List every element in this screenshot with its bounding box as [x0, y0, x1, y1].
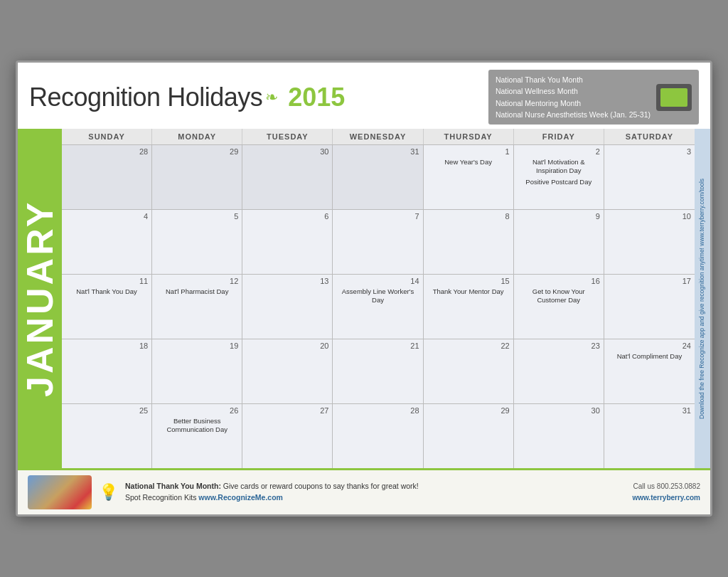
day-event: Nat'l Thank You Day — [65, 287, 148, 296]
day-cell: 29 — [424, 404, 514, 468]
day-number: 30 — [518, 406, 600, 415]
day-number: 30 — [246, 147, 328, 156]
day-number: 11 — [65, 277, 148, 285]
day-number: 17 — [608, 277, 691, 285]
page-title: Recognition Holidays — [29, 83, 262, 112]
day-cell: 3 — [604, 145, 695, 209]
day-cell: 31 — [333, 145, 423, 209]
day-cell: 1New Year's Day — [424, 145, 514, 209]
day-cell: 6 — [242, 210, 333, 274]
day-cell: 5 — [152, 210, 242, 274]
calendar-grid: SUNDAYMONDAYTUESDAYWEDNESDAYTHURSDAYFRID… — [62, 129, 695, 468]
week-row-2: 45678910 — [62, 209, 695, 274]
day-cell: 15Thank Your Mentor Day — [424, 275, 514, 339]
day-cell: 2Nat'l Motivation & Inspiration DayPosit… — [514, 145, 604, 209]
leaf-icon: ❧ — [265, 88, 278, 107]
day-cell: 22 — [424, 339, 514, 403]
day-number: 4 — [65, 212, 148, 221]
day-number: 13 — [246, 277, 328, 285]
day-cell: 18 — [62, 339, 152, 403]
calendar-body: JANUARY SUNDAYMONDAYTUESDAYWEDNESDAYTHUR… — [18, 129, 710, 468]
day-event: Better Business Communication Day — [156, 417, 238, 435]
day-header-sunday: SUNDAY — [62, 129, 152, 144]
footer-kit-link[interactable]: www.RecognizeMe.com — [198, 493, 283, 502]
day-cell: 24Nat'l Compliment Day — [604, 339, 695, 403]
day-header-wednesday: WEDNESDAY — [333, 129, 423, 144]
day-number: 1 — [427, 147, 510, 156]
day-event: Nat'l Compliment Day — [608, 352, 691, 361]
day-cell: 23 — [514, 339, 604, 403]
bulb-icon: 💡 — [99, 483, 118, 502]
calendar-header: Recognition Holidays ❧ 2015 National Tha… — [18, 63, 710, 129]
day-cell: 8 — [424, 210, 514, 274]
product-images — [28, 475, 92, 509]
day-number: 23 — [518, 342, 600, 350]
day-number: 21 — [336, 342, 419, 350]
day-header-tuesday: TUESDAY — [242, 129, 333, 144]
day-cell: 28 — [62, 145, 152, 209]
day-number: 29 — [427, 406, 510, 415]
day-cell: 19 — [152, 339, 242, 403]
day-cell: 11Nat'l Thank You Day — [62, 275, 152, 339]
day-number: 27 — [246, 406, 328, 415]
footer-site-link[interactable]: www.terryberry.com — [632, 494, 700, 502]
day-cell: 4 — [62, 210, 152, 274]
monthly-highlights: National Thank You MonthNational Wellnes… — [488, 70, 699, 125]
day-number: 31 — [608, 406, 691, 415]
day-number: 5 — [156, 212, 238, 221]
day-event: Nat'l Pharmacist Day — [156, 287, 238, 296]
day-number: 6 — [246, 212, 328, 221]
footer-contact: Call us 800.253.0882 www.terryberry.com — [632, 481, 700, 504]
day-number: 28 — [336, 406, 419, 415]
footer-highlight-text: Give cards or reward coupons to say than… — [223, 482, 419, 490]
day-number: 18 — [65, 342, 148, 350]
day-cell: 30 — [242, 145, 333, 209]
day-header-saturday: SATURDAY — [604, 129, 695, 144]
day-event: Get to Know Your Customer Day — [518, 287, 600, 305]
day-cell: 14Assembly Line Worker's Day — [333, 275, 423, 339]
footer-kit-text: Spot Recognition Kits — [125, 493, 198, 502]
day-cell: 20 — [242, 339, 333, 403]
footer-description: National Thank You Month: Give cards or … — [125, 481, 419, 504]
day-event: Nat'l Motivation & Inspiration Day — [518, 158, 600, 176]
header-year: 2015 — [288, 83, 345, 112]
day-cell: 17 — [604, 275, 695, 339]
day-header-thursday: THURSDAY — [424, 129, 514, 144]
day-number: 2 — [518, 147, 600, 156]
device-icon — [656, 84, 692, 111]
day-number: 10 — [608, 212, 691, 221]
day-number: 7 — [336, 212, 419, 221]
day-number: 22 — [427, 342, 510, 350]
day-event: Assembly Line Worker's Day — [336, 287, 419, 305]
day-cell: 28 — [333, 404, 423, 468]
day-cell: 30 — [514, 404, 604, 468]
day-cell: 16Get to Know Your Customer Day — [514, 275, 604, 339]
calendar-footer: 💡 National Thank You Month: Give cards o… — [18, 468, 710, 514]
day-cell: 25 — [62, 404, 152, 468]
day-number: 19 — [156, 342, 238, 350]
day-number: 20 — [246, 342, 328, 350]
day-number: 31 — [336, 147, 419, 156]
footer-highlight-label: National Thank You Month: — [125, 482, 221, 490]
week-row-5: 2526Better Business Communication Day272… — [62, 403, 695, 468]
day-number: 29 — [156, 147, 238, 156]
calendar-page: Recognition Holidays ❧ 2015 National Tha… — [16, 60, 712, 517]
week-row-1: 282930311New Year's Day2Nat'l Motivation… — [62, 144, 695, 209]
day-number: 24 — [608, 342, 691, 350]
day-cell: 12Nat'l Pharmacist Day — [152, 275, 242, 339]
weeks-container: 282930311New Year's Day2Nat'l Motivation… — [62, 144, 695, 468]
day-header-friday: FRIDAY — [514, 129, 604, 144]
day-cell: 31 — [604, 404, 695, 468]
week-row-4: 18192021222324Nat'l Compliment Day — [62, 339, 695, 403]
day-number: 9 — [518, 212, 600, 221]
day-number: 8 — [427, 212, 510, 221]
day-event: New Year's Day — [427, 158, 510, 166]
footer-call: Call us 800.253.0882 — [633, 482, 700, 490]
day-cell: 7 — [333, 210, 423, 274]
day-headers-row: SUNDAYMONDAYTUESDAYWEDNESDAYTHURSDAYFRID… — [62, 129, 695, 144]
day-number: 25 — [65, 406, 148, 415]
day-number: 26 — [156, 406, 238, 415]
day-number: 28 — [65, 147, 148, 156]
day-event: Positive Postcard Day — [518, 178, 600, 186]
month-label: JANUARY — [18, 129, 62, 468]
